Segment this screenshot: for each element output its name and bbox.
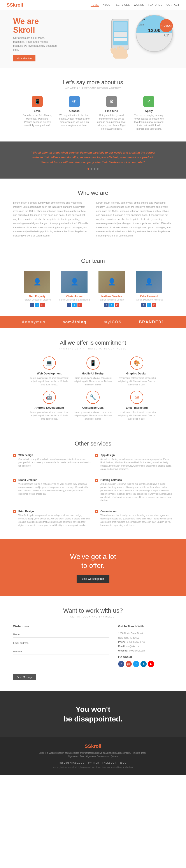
other-service-icon-0: ■ [13,454,16,457]
footer-link-2[interactable]: FACEBOOK [102,762,116,764]
website-field[interactable] [13,648,109,655]
nav-featured[interactable]: FEATURED [148,3,162,7]
other-services-list: ■ Web design Our website is key. Our web… [13,454,173,530]
facebook-icon-3[interactable]: f [141,303,146,307]
graphic-icon: 🎨 [130,356,143,370]
team-role-2: Partner, Technical Director [95,299,128,301]
svg-rect-3 [114,32,127,37]
team-role-0: Partner, Director of Creative [21,299,53,301]
nav-contact[interactable]: CONTACT [166,3,179,7]
submit-button[interactable]: Send Message [13,674,36,680]
commitment-title: All we offer is commitment [13,339,173,346]
twitter-icon-2[interactable]: t [109,303,114,307]
footer-link-0[interactable]: INFO@SKROLL.COM [60,762,85,764]
other-services-title: Other services [13,440,173,447]
cms-desc: Lorem ipsum dolor sit amet consectetur a… [73,411,113,421]
contact-section: Want to work with us? GET IN TOUCH AND S… [0,596,186,691]
other-services-section: Other services ■ Web design Our website … [0,432,186,539]
twitter-icon-3[interactable]: t [147,303,151,307]
service-android: 🤖 Android Development Lorem ipsum dolor … [30,391,69,421]
nav-about[interactable]: ABOUT [103,3,112,7]
other-service-content-2: Brand Creation We understand that as a n… [18,478,91,502]
mobile-desc: Lorem ipsum dolor sit amet consectetur a… [73,376,113,386]
nav-home[interactable]: HOME [90,3,99,7]
social-youtube[interactable]: ▶ [148,661,154,667]
contact-address: 1206 North Glen Street New York, ID 8350… [118,631,173,653]
team-name-2: Nathan Searles [95,294,128,298]
testimonial-quote: " Skroll offer an unmatched service, lis… [27,150,159,165]
other-service-content-1: App design As well as offering web desig… [101,454,173,471]
dot-4[interactable] [97,168,99,170]
twitter-icon-0[interactable]: t [35,303,39,307]
obsess-title: Obsess [59,109,90,113]
hero-title: We are Skroll [13,17,57,34]
team-photo-3: 👤 [136,271,162,293]
hero-text: We are Skroll Our offices are full of Ma… [13,17,57,61]
svg-rect-9 [117,46,119,53]
feature-love: 📱 Love Our offices are full of Macs, Mac… [22,96,52,130]
twitter-icon-1[interactable]: t [72,303,77,307]
team-role-1: Partner, Director of Engineering [58,299,91,301]
who-title: Who we are [13,189,173,196]
other-service-desc-4: We offer for print design services inclu… [18,514,91,527]
googleplus-icon-1[interactable]: g+ [77,303,82,307]
googleplus-icon-2[interactable]: g+ [115,303,119,307]
name-field[interactable] [13,631,109,638]
who-text: Lorem ipsum is simply dummy text of the … [13,201,173,238]
love-desc: Our offices are full of Macs, Machines, … [22,114,52,127]
services-grid: 💻 Web Development Lorem ipsum dolor sit … [13,356,173,421]
hero-btn[interactable]: More about us [13,55,35,61]
footer-desc: Skroll is a Website Design agency starte… [38,751,148,758]
dot-3[interactable] [94,168,96,170]
nav-logo-s: S [7,2,10,8]
cta-button[interactable]: Let's work together [77,575,109,583]
footer-links: INFO@SKROLL.COM TWITTER FACEBOOK BLOG [13,762,173,764]
testimonial-dots [17,168,169,170]
social-facebook[interactable]: f [118,661,124,667]
other-service-title-1: App design [101,454,173,457]
other-service-content-5: Consultation We understand that it reall… [101,510,173,527]
svg-rect-8 [114,48,116,53]
service-graphic: 🎨 Graphic Design Lorem ipsum dolor sit a… [117,356,156,386]
message-field[interactable] [13,657,109,670]
facebook-icon-2[interactable]: f [104,303,109,307]
team-photo-2: 👤 [99,271,125,293]
facebook-icon-1[interactable]: f [67,303,71,307]
project-badge: PROJECT [160,19,173,32]
nav-works[interactable]: WORKS [134,3,144,7]
footer-link-3[interactable]: BLOG [119,762,126,764]
social-linkedin[interactable]: in [141,661,147,667]
googleplus-icon-0[interactable]: g+ [40,303,45,307]
brands-bar: Anonymus som3thing myICON BRANDED1 [0,316,186,329]
android-desc: Lorem ipsum dolor sit amet consectetur a… [30,411,69,421]
svg-rect-4 [114,38,127,41]
testimonial-section: " Skroll offer an unmatched service, lis… [0,142,186,179]
dot-2[interactable] [90,168,92,170]
svg-rect-11 [122,47,124,53]
form-title: Write to us [13,624,109,628]
service-email: ✉ Email marketing Lorem ipsum dolor sit … [117,391,156,421]
facebook-icon-0[interactable]: f [30,303,34,307]
team-row: 👤 Ben Fogarty Partner, Director of Creat… [13,271,173,307]
team-social-3: f t g+ [133,303,165,307]
navbar: SSkroll HOME ABOUT SERVICES WORKS FEATUR… [0,0,186,10]
team-name-1: Chris Jones [58,294,91,298]
other-service-4: ■ Print Design We offer for print design… [13,510,91,527]
googleplus-icon-3[interactable]: g+ [152,303,156,307]
footer-link-1[interactable]: TWITTER [88,762,99,764]
email-field[interactable] [13,640,109,646]
social-googleplus[interactable]: g+ [125,661,132,667]
other-service-1: ■ App design As well as offering web des… [95,454,173,471]
hero-section: We are Skroll Our offices are full of Ma… [0,10,186,68]
email-desc: Lorem ipsum dolor sit amet consectetur a… [117,411,156,421]
social-twitter[interactable]: t [133,661,139,667]
dot-1[interactable] [87,168,89,170]
about-subtitle: WE ARE AN AWESOME DESIGN AGENCY [17,87,169,90]
love-title: Love [22,109,52,113]
footer-copy: Copyright © 2013 Skroll. All rights rese… [13,766,173,768]
team-member-0: 👤 Ben Fogarty Partner, Director of Creat… [21,271,53,307]
cms-icon: 🔧 [86,391,100,404]
footer-dark-section: You won't be disappointed. [0,691,186,737]
nav-services[interactable]: SERVICES [116,3,130,7]
contact-title: Want to work with us? [13,607,173,614]
